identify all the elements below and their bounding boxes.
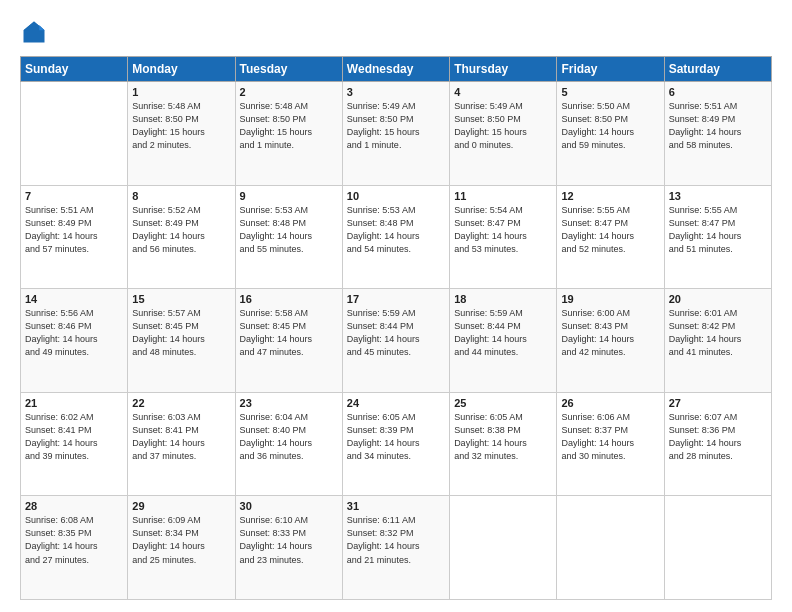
day-info: Sunrise: 5:52 AM Sunset: 8:49 PM Dayligh…	[132, 204, 230, 256]
day-number: 16	[240, 293, 338, 305]
day-number: 12	[561, 190, 659, 202]
calendar-cell: 1Sunrise: 5:48 AM Sunset: 8:50 PM Daylig…	[128, 82, 235, 186]
day-number: 22	[132, 397, 230, 409]
calendar-cell: 3Sunrise: 5:49 AM Sunset: 8:50 PM Daylig…	[342, 82, 449, 186]
day-info: Sunrise: 5:54 AM Sunset: 8:47 PM Dayligh…	[454, 204, 552, 256]
calendar-cell: 13Sunrise: 5:55 AM Sunset: 8:47 PM Dayli…	[664, 185, 771, 289]
day-number: 20	[669, 293, 767, 305]
calendar-cell: 8Sunrise: 5:52 AM Sunset: 8:49 PM Daylig…	[128, 185, 235, 289]
day-number: 11	[454, 190, 552, 202]
day-info: Sunrise: 6:05 AM Sunset: 8:39 PM Dayligh…	[347, 411, 445, 463]
calendar-week-row: 21Sunrise: 6:02 AM Sunset: 8:41 PM Dayli…	[21, 392, 772, 496]
calendar-cell: 24Sunrise: 6:05 AM Sunset: 8:39 PM Dayli…	[342, 392, 449, 496]
svg-marker-2	[39, 25, 44, 30]
day-number: 27	[669, 397, 767, 409]
calendar-cell: 16Sunrise: 5:58 AM Sunset: 8:45 PM Dayli…	[235, 289, 342, 393]
calendar-cell: 12Sunrise: 5:55 AM Sunset: 8:47 PM Dayli…	[557, 185, 664, 289]
day-info: Sunrise: 5:49 AM Sunset: 8:50 PM Dayligh…	[454, 100, 552, 152]
weekday-header: Wednesday	[342, 57, 449, 82]
day-info: Sunrise: 5:57 AM Sunset: 8:45 PM Dayligh…	[132, 307, 230, 359]
calendar-cell: 2Sunrise: 5:48 AM Sunset: 8:50 PM Daylig…	[235, 82, 342, 186]
day-info: Sunrise: 5:56 AM Sunset: 8:46 PM Dayligh…	[25, 307, 123, 359]
calendar-week-row: 14Sunrise: 5:56 AM Sunset: 8:46 PM Dayli…	[21, 289, 772, 393]
weekday-header: Friday	[557, 57, 664, 82]
day-number: 19	[561, 293, 659, 305]
day-info: Sunrise: 5:59 AM Sunset: 8:44 PM Dayligh…	[454, 307, 552, 359]
day-info: Sunrise: 6:09 AM Sunset: 8:34 PM Dayligh…	[132, 514, 230, 566]
day-number: 1	[132, 86, 230, 98]
day-info: Sunrise: 6:00 AM Sunset: 8:43 PM Dayligh…	[561, 307, 659, 359]
calendar-table: SundayMondayTuesdayWednesdayThursdayFrid…	[20, 56, 772, 600]
logo-icon	[20, 18, 48, 46]
day-number: 9	[240, 190, 338, 202]
weekday-header: Thursday	[450, 57, 557, 82]
day-number: 21	[25, 397, 123, 409]
day-number: 3	[347, 86, 445, 98]
calendar-cell: 31Sunrise: 6:11 AM Sunset: 8:32 PM Dayli…	[342, 496, 449, 600]
calendar-cell: 30Sunrise: 6:10 AM Sunset: 8:33 PM Dayli…	[235, 496, 342, 600]
day-number: 26	[561, 397, 659, 409]
calendar-cell: 25Sunrise: 6:05 AM Sunset: 8:38 PM Dayli…	[450, 392, 557, 496]
day-info: Sunrise: 6:07 AM Sunset: 8:36 PM Dayligh…	[669, 411, 767, 463]
calendar-cell: 14Sunrise: 5:56 AM Sunset: 8:46 PM Dayli…	[21, 289, 128, 393]
calendar-cell: 17Sunrise: 5:59 AM Sunset: 8:44 PM Dayli…	[342, 289, 449, 393]
day-number: 4	[454, 86, 552, 98]
calendar-cell: 19Sunrise: 6:00 AM Sunset: 8:43 PM Dayli…	[557, 289, 664, 393]
day-number: 14	[25, 293, 123, 305]
calendar-header-row: SundayMondayTuesdayWednesdayThursdayFrid…	[21, 57, 772, 82]
day-info: Sunrise: 6:03 AM Sunset: 8:41 PM Dayligh…	[132, 411, 230, 463]
day-number: 8	[132, 190, 230, 202]
day-number: 29	[132, 500, 230, 512]
day-info: Sunrise: 6:11 AM Sunset: 8:32 PM Dayligh…	[347, 514, 445, 566]
day-number: 18	[454, 293, 552, 305]
calendar-cell: 27Sunrise: 6:07 AM Sunset: 8:36 PM Dayli…	[664, 392, 771, 496]
day-info: Sunrise: 6:06 AM Sunset: 8:37 PM Dayligh…	[561, 411, 659, 463]
day-number: 25	[454, 397, 552, 409]
day-info: Sunrise: 5:53 AM Sunset: 8:48 PM Dayligh…	[347, 204, 445, 256]
calendar-cell: 5Sunrise: 5:50 AM Sunset: 8:50 PM Daylig…	[557, 82, 664, 186]
calendar-cell: 10Sunrise: 5:53 AM Sunset: 8:48 PM Dayli…	[342, 185, 449, 289]
day-number: 28	[25, 500, 123, 512]
day-number: 23	[240, 397, 338, 409]
day-number: 6	[669, 86, 767, 98]
day-info: Sunrise: 6:10 AM Sunset: 8:33 PM Dayligh…	[240, 514, 338, 566]
calendar-cell: 22Sunrise: 6:03 AM Sunset: 8:41 PM Dayli…	[128, 392, 235, 496]
calendar-cell: 21Sunrise: 6:02 AM Sunset: 8:41 PM Dayli…	[21, 392, 128, 496]
day-info: Sunrise: 6:05 AM Sunset: 8:38 PM Dayligh…	[454, 411, 552, 463]
day-number: 15	[132, 293, 230, 305]
day-number: 7	[25, 190, 123, 202]
day-info: Sunrise: 6:08 AM Sunset: 8:35 PM Dayligh…	[25, 514, 123, 566]
calendar-cell: 28Sunrise: 6:08 AM Sunset: 8:35 PM Dayli…	[21, 496, 128, 600]
weekday-header: Saturday	[664, 57, 771, 82]
calendar-cell: 4Sunrise: 5:49 AM Sunset: 8:50 PM Daylig…	[450, 82, 557, 186]
day-number: 13	[669, 190, 767, 202]
day-number: 5	[561, 86, 659, 98]
day-number: 2	[240, 86, 338, 98]
calendar-cell: 11Sunrise: 5:54 AM Sunset: 8:47 PM Dayli…	[450, 185, 557, 289]
day-number: 17	[347, 293, 445, 305]
day-info: Sunrise: 5:58 AM Sunset: 8:45 PM Dayligh…	[240, 307, 338, 359]
calendar-cell: 29Sunrise: 6:09 AM Sunset: 8:34 PM Dayli…	[128, 496, 235, 600]
day-info: Sunrise: 5:48 AM Sunset: 8:50 PM Dayligh…	[132, 100, 230, 152]
day-info: Sunrise: 6:01 AM Sunset: 8:42 PM Dayligh…	[669, 307, 767, 359]
day-info: Sunrise: 6:04 AM Sunset: 8:40 PM Dayligh…	[240, 411, 338, 463]
day-info: Sunrise: 5:49 AM Sunset: 8:50 PM Dayligh…	[347, 100, 445, 152]
day-info: Sunrise: 5:50 AM Sunset: 8:50 PM Dayligh…	[561, 100, 659, 152]
day-info: Sunrise: 5:59 AM Sunset: 8:44 PM Dayligh…	[347, 307, 445, 359]
day-number: 24	[347, 397, 445, 409]
calendar-cell: 9Sunrise: 5:53 AM Sunset: 8:48 PM Daylig…	[235, 185, 342, 289]
calendar-cell: 7Sunrise: 5:51 AM Sunset: 8:49 PM Daylig…	[21, 185, 128, 289]
calendar-cell: 20Sunrise: 6:01 AM Sunset: 8:42 PM Dayli…	[664, 289, 771, 393]
weekday-header: Sunday	[21, 57, 128, 82]
calendar-week-row: 1Sunrise: 5:48 AM Sunset: 8:50 PM Daylig…	[21, 82, 772, 186]
day-info: Sunrise: 5:51 AM Sunset: 8:49 PM Dayligh…	[25, 204, 123, 256]
calendar-cell: 18Sunrise: 5:59 AM Sunset: 8:44 PM Dayli…	[450, 289, 557, 393]
day-number: 30	[240, 500, 338, 512]
day-number: 10	[347, 190, 445, 202]
calendar-cell	[450, 496, 557, 600]
day-number: 31	[347, 500, 445, 512]
calendar-week-row: 28Sunrise: 6:08 AM Sunset: 8:35 PM Dayli…	[21, 496, 772, 600]
weekday-header: Tuesday	[235, 57, 342, 82]
day-info: Sunrise: 5:55 AM Sunset: 8:47 PM Dayligh…	[561, 204, 659, 256]
calendar-cell: 26Sunrise: 6:06 AM Sunset: 8:37 PM Dayli…	[557, 392, 664, 496]
